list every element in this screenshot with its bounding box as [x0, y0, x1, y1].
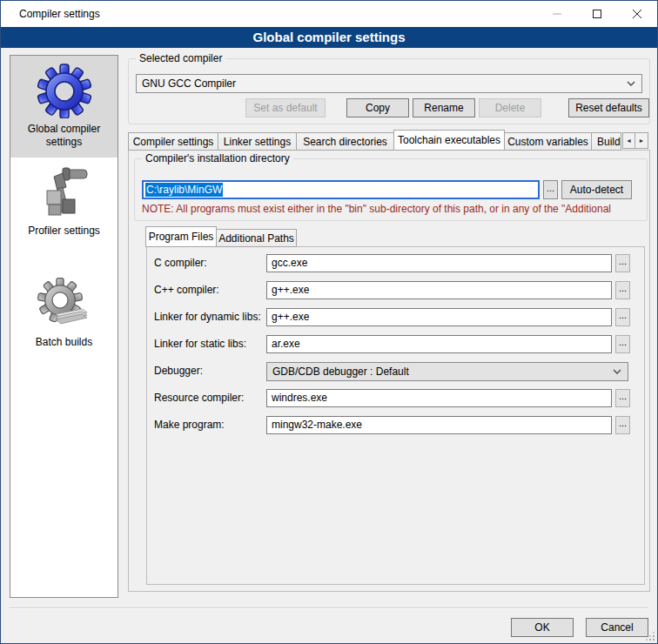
linker-dynamic-input[interactable]: g++.exe — [266, 308, 612, 326]
toolchain-executables-panel: Compiler's installation directory C:\ray… — [128, 150, 650, 592]
window-title: Compiler settings — [1, 8, 100, 20]
selected-compiler-dropdown[interactable]: GNU GCC Compiler — [136, 74, 642, 93]
program-files-tabstrip: Program Files Additional Paths — [146, 226, 297, 247]
resource-compiler-label: Resource compiler: — [154, 389, 244, 407]
compiler-settings-tabstrip: Compiler settings Linker settings Search… — [128, 130, 648, 151]
c-compiler-browse-button[interactable]: ... — [615, 254, 630, 272]
minimize-button[interactable] — [537, 1, 577, 27]
selected-compiler-group: Selected compiler GNU GCC Compiler Set a… — [128, 58, 650, 124]
program-files-panel: C compiler: gcc.exe ... C++ compiler: g+… — [146, 246, 645, 585]
debugger-dropdown[interactable]: GDB/CDB debugger : Default — [266, 362, 628, 381]
resource-compiler-browse-button[interactable]: ... — [615, 389, 630, 407]
title-bar: Compiler settings — [1, 1, 657, 27]
tab-search-directories[interactable]: Search directories — [297, 132, 394, 151]
cpp-compiler-browse-button[interactable]: ... — [615, 281, 630, 299]
linker-dynamic-browse-button[interactable]: ... — [615, 308, 630, 326]
linker-static-input[interactable]: ar.exe — [266, 335, 612, 353]
close-button[interactable] — [617, 1, 657, 27]
tab-additional-paths[interactable]: Additional Paths — [217, 229, 297, 247]
rename-button[interactable]: Rename — [413, 98, 475, 117]
page-title: Global compiler settings — [1, 27, 657, 48]
c-compiler-input[interactable]: gcc.exe — [266, 254, 612, 272]
tab-custom-variables[interactable]: Custom variables — [505, 132, 592, 151]
debugger-value: GDB/CDB debugger : Default — [272, 366, 409, 378]
tab-program-files[interactable]: Program Files — [145, 226, 217, 247]
debugger-label: Debugger: — [154, 362, 203, 380]
cpp-compiler-input[interactable]: g++.exe — [266, 281, 612, 299]
maximize-button[interactable] — [577, 1, 617, 27]
cancel-button[interactable]: Cancel — [586, 618, 648, 637]
installation-directory-input[interactable]: C:\raylib\MinGW — [142, 180, 540, 199]
footer-divider — [10, 607, 648, 609]
reset-defaults-button[interactable]: Reset defaults — [568, 98, 649, 117]
caliper-icon — [37, 164, 92, 220]
ok-button[interactable]: OK — [511, 618, 574, 637]
settings-category-list: Global compiler settings Profiler settin… — [10, 55, 118, 598]
chevron-down-icon — [613, 369, 621, 375]
set-as-default-button[interactable]: Set as default — [245, 98, 326, 117]
selected-compiler-value: GNU GCC Compiler — [142, 77, 236, 90]
installation-directory-group-label: Compiler's installation directory — [142, 152, 293, 164]
installation-note: NOTE: All programs must exist either in … — [142, 203, 645, 215]
close-icon — [632, 9, 642, 19]
compiler-settings-dialog: Compiler settings Global compiler settin… — [0, 0, 658, 644]
resource-compiler-input[interactable]: windres.exe — [266, 389, 612, 407]
installation-directory-value: C:\raylib\MinGW — [145, 183, 223, 197]
linker-dynamic-label: Linker for dynamic libs: — [154, 308, 261, 326]
gray-gear-stack-icon — [37, 276, 92, 332]
make-program-input[interactable]: mingw32-make.exe — [266, 416, 612, 434]
tab-scroll-right-button[interactable]: ► — [635, 132, 648, 149]
sidebar-item-label: Batch builds — [36, 336, 92, 349]
tab-compiler-settings[interactable]: Compiler settings — [128, 132, 218, 151]
sidebar-item-global-compiler-settings[interactable]: Global compiler settings — [10, 56, 118, 158]
make-program-label: Make program: — [154, 416, 225, 434]
tab-toolchain-executables[interactable]: Toolchain executables — [393, 130, 505, 151]
sidebar-item-profiler-settings[interactable]: Profiler settings — [10, 158, 118, 246]
maximize-icon — [592, 9, 602, 19]
installation-directory-browse-button[interactable]: ... — [543, 180, 558, 199]
tab-linker-settings[interactable]: Linker settings — [218, 132, 297, 151]
copy-button[interactable]: Copy — [346, 98, 409, 117]
delete-button[interactable]: Delete — [479, 98, 541, 117]
minimize-icon — [552, 9, 562, 19]
chevron-down-icon — [627, 81, 635, 87]
auto-detect-button[interactable]: Auto-detect — [561, 180, 632, 199]
make-program-browse-button[interactable]: ... — [615, 416, 630, 434]
sidebar-item-batch-builds[interactable]: Batch builds — [10, 269, 118, 358]
sidebar-item-label: Global compiler settings — [12, 123, 116, 149]
linker-static-label: Linker for static libs: — [154, 335, 246, 353]
tab-build-options[interactable]: Build options — [592, 132, 621, 151]
installation-directory-group: Compiler's installation directory C:\ray… — [134, 158, 648, 221]
cpp-compiler-label: C++ compiler: — [154, 281, 219, 299]
c-compiler-label: C compiler: — [154, 254, 207, 272]
blue-gear-icon — [37, 63, 92, 118]
sidebar-item-label: Profiler settings — [28, 225, 100, 238]
resize-grip[interactable] — [653, 639, 655, 641]
selected-compiler-group-label: Selected compiler — [136, 52, 225, 64]
tab-scroll-left-button[interactable]: ◄ — [622, 132, 635, 149]
linker-static-browse-button[interactable]: ... — [615, 335, 630, 353]
